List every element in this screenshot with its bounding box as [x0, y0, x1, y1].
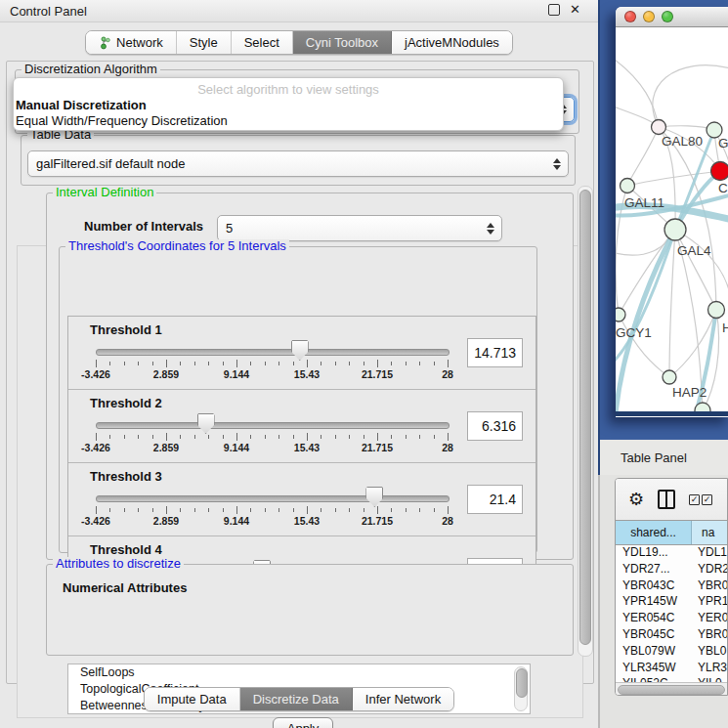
network-canvas[interactable]: GAL80GCGAL11GAL4GCY1HHAP2: [616, 27, 728, 411]
table-cell[interactable]: YBL0: [692, 644, 727, 661]
select-columns-icon[interactable]: ✓ ✓: [689, 494, 712, 505]
table-cell[interactable]: YDR2: [692, 562, 727, 578]
minor-tick: [364, 435, 364, 439]
network-window-titlebar[interactable]: [616, 7, 728, 27]
slider-thumb[interactable]: [291, 340, 309, 361]
table-cell[interactable]: YDL1: [692, 545, 727, 562]
table-row[interactable]: YPR145WYPR1: [616, 594, 727, 611]
network-node-label: GAL80: [662, 134, 703, 149]
table-cell[interactable]: YBR045C: [616, 627, 692, 644]
table-cell[interactable]: YDL19...: [616, 545, 692, 562]
table-cell[interactable]: YBR0: [692, 627, 727, 644]
minor-tick: [265, 508, 266, 512]
bottom-tab-discretize-data[interactable]: Discretize Data: [240, 688, 353, 710]
discretization-algorithm-group-title: Discretization Algorithm: [21, 63, 160, 76]
minor-tick: [293, 362, 294, 365]
slider-track[interactable]: [96, 349, 450, 356]
major-tick: [166, 433, 167, 441]
network-node-label: G: [718, 136, 728, 150]
major-tick: [448, 506, 449, 514]
network-node[interactable]: [711, 162, 728, 181]
network-node[interactable]: [664, 219, 686, 240]
slider-thumb[interactable]: [197, 413, 215, 434]
minor-tick: [194, 435, 195, 439]
minor-tick: [138, 435, 139, 439]
network-edge: [616, 57, 659, 127]
bottom-tab-infer-network[interactable]: Infer Network: [353, 688, 453, 710]
tab-style[interactable]: Style: [177, 31, 232, 54]
tab-jactivemnodules[interactable]: jActiveMNodules: [392, 31, 512, 54]
minor-tick: [180, 435, 181, 439]
table-row[interactable]: YER054CYER0: [616, 611, 727, 627]
minor-tick: [223, 435, 224, 439]
num-intervals-combo[interactable]: 5: [217, 215, 502, 241]
table-horizontal-scrollbar-thumb[interactable]: [618, 685, 725, 695]
settings-scrollbar-thumb[interactable]: [579, 190, 591, 645]
minor-tick: [180, 508, 181, 512]
threshold-value-field[interactable]: [467, 338, 523, 367]
network-node[interactable]: [616, 308, 625, 321]
table-row[interactable]: YBL079WYBL0: [616, 644, 727, 661]
tick-label: 21.715: [362, 515, 393, 527]
network-node[interactable]: [663, 370, 676, 384]
tab-cyni-toolbox[interactable]: Cyni Toolbox: [293, 31, 392, 54]
minor-tick: [364, 508, 364, 512]
slider-track[interactable]: [96, 422, 450, 429]
table-cell[interactable]: YDR27...: [616, 562, 692, 578]
network-node[interactable]: [708, 302, 725, 319]
table-cell[interactable]: YPR1: [692, 594, 727, 611]
zoom-window-icon[interactable]: [662, 11, 673, 22]
columns-icon[interactable]: [658, 490, 675, 509]
top-tab-bar: NetworkStyleSelectCyni ToolboxjActiveMNo…: [0, 30, 598, 55]
column-header-shared-name[interactable]: shared...: [616, 521, 692, 544]
float-window-icon[interactable]: [548, 4, 560, 16]
tab-select[interactable]: Select: [232, 31, 293, 54]
settings-scrollbar[interactable]: [578, 186, 593, 657]
minor-tick: [223, 362, 224, 365]
minimize-window-icon[interactable]: [643, 11, 655, 22]
minor-tick: [109, 435, 110, 439]
minor-tick: [406, 508, 407, 512]
table-cell[interactable]: YLR345W: [616, 661, 692, 677]
dropdown-option[interactable]: Equal Width/Frequency Discretization: [14, 113, 563, 129]
tick-label: 15.43: [294, 368, 320, 380]
dropdown-option[interactable]: Manual Discretization: [14, 98, 563, 113]
minor-tick: [406, 435, 407, 439]
table-row[interactable]: YLR345WYLR3: [616, 661, 727, 677]
close-panel-icon[interactable]: ✕: [570, 4, 580, 16]
gear-icon[interactable]: ⚙: [628, 491, 644, 508]
table-cell[interactable]: YER0: [692, 611, 727, 627]
table-cell[interactable]: YER054C: [616, 611, 692, 627]
cyni-toolbox-content: Discretization Algorithm Table Data galF…: [6, 61, 594, 684]
tab-label: Infer Network: [365, 692, 441, 707]
table-cell[interactable]: YPR145W: [616, 594, 692, 611]
slider-thumb[interactable]: [365, 487, 383, 507]
network-node[interactable]: [652, 120, 666, 135]
table-cell[interactable]: YBL079W: [616, 644, 692, 661]
close-window-icon[interactable]: [624, 11, 636, 22]
attribute-list-item[interactable]: SelfLoops: [68, 664, 530, 681]
tick-label: -3.426: [81, 515, 110, 527]
table-cell[interactable]: YLR3: [692, 661, 727, 677]
table-data-combo[interactable]: galFiltered.sif default node: [27, 150, 569, 177]
table-cell[interactable]: YBR043C: [616, 578, 692, 595]
threshold-value-field[interactable]: [467, 411, 523, 441]
column-header-name[interactable]: na: [692, 521, 727, 544]
network-node[interactable]: [621, 179, 635, 193]
thresholds-group-title: Threshold's Coordinates for 5 Intervals: [65, 239, 289, 253]
table-cell[interactable]: YBR0: [692, 578, 727, 595]
minor-tick: [138, 362, 139, 365]
table-row[interactable]: YDL19...YDL1: [616, 545, 727, 562]
table-row[interactable]: YBR043CYBR0: [616, 578, 727, 595]
threshold-label: Threshold 4: [90, 542, 162, 557]
threshold-value-field[interactable]: [467, 485, 523, 514]
tab-network[interactable]: Network: [86, 31, 177, 54]
bottom-tab-impute-data[interactable]: Impute Data: [145, 688, 240, 710]
table-row[interactable]: YDR27...YDR2: [616, 562, 727, 578]
table-horizontal-scrollbar[interactable]: [616, 682, 727, 696]
table-row[interactable]: YBR045CYBR0: [616, 627, 727, 644]
slider-track[interactable]: [96, 495, 450, 502]
screen: Control Panel ✕ NetworkStyleSelectCyni T…: [0, 0, 728, 728]
apply-button[interactable]: Apply: [273, 717, 333, 728]
dropdown-prompt-item[interactable]: Select algorithm to view settings: [14, 81, 563, 98]
